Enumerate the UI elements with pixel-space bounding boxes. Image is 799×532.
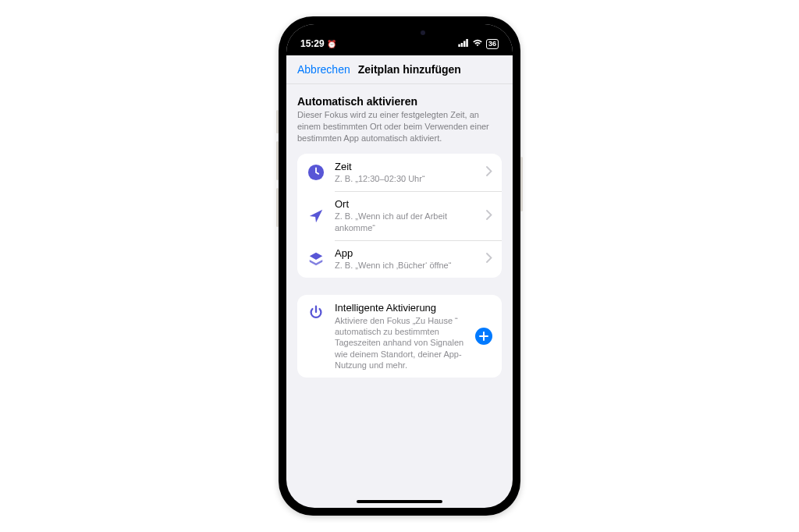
chevron-right-icon	[486, 165, 492, 179]
volume-down-button	[276, 188, 279, 227]
row-time-body: Zeit Z. B. „12:30–02:30 Uhr“	[335, 161, 477, 185]
row-time[interactable]: Zeit Z. B. „12:30–02:30 Uhr“	[297, 154, 502, 192]
svg-rect-3	[466, 39, 468, 47]
chevron-right-icon	[486, 252, 492, 266]
sheet-title: Zeitplan hinzufügen	[358, 63, 461, 76]
clock-icon	[307, 163, 325, 182]
row-location-sub: Z. B. „Wenn ich auf der Arbeit ankomme“	[335, 211, 477, 233]
content-scroll[interactable]: Automatisch aktivieren Dieser Fokus wird…	[286, 84, 513, 508]
alarm-icon: ⏰	[327, 40, 336, 48]
section-subtext: Dieser Fokus wird zu einer festgelegten …	[297, 109, 502, 144]
status-right: 36	[458, 38, 499, 49]
row-time-sub: Z. B. „12:30–02:30 Uhr“	[335, 173, 477, 184]
power-icon	[307, 303, 325, 322]
signal-icon	[458, 38, 469, 49]
row-time-title: Zeit	[335, 161, 477, 173]
smart-activation-card: Intelligente Aktivierung Aktiviere den F…	[297, 295, 502, 378]
row-smart-title: Intelligente Aktivierung	[335, 302, 466, 314]
home-indicator[interactable]	[357, 500, 442, 503]
triggers-card: Zeit Z. B. „12:30–02:30 Uhr“ Ort Z. B. „…	[297, 154, 502, 278]
row-location-body: Ort Z. B. „Wenn ich auf der Arbeit ankom…	[335, 198, 477, 233]
wifi-icon	[472, 38, 483, 49]
cancel-button[interactable]: Abbrechen	[297, 63, 350, 76]
row-location-title: Ort	[335, 198, 477, 211]
svg-rect-2	[463, 41, 466, 48]
row-smart-body: Intelligente Aktivierung Aktiviere den F…	[335, 302, 466, 371]
section-heading: Automatisch aktivieren	[297, 95, 502, 108]
row-app-sub: Z. B. „Wenn ich ‚Bücher‘ öffne“	[335, 260, 477, 271]
battery-indicator: 36	[486, 39, 499, 49]
status-time: 15:29 ⏰	[300, 38, 336, 49]
chevron-right-icon	[486, 209, 492, 223]
screen: 15:29 ⏰ 36 Abbrechen Zeitplan hinzufügen…	[286, 24, 513, 508]
mute-switch	[276, 110, 279, 133]
add-button[interactable]	[475, 328, 492, 345]
app-stack-icon	[307, 250, 325, 268]
volume-up-button	[276, 141, 279, 180]
row-app[interactable]: App Z. B. „Wenn ich ‚Bücher‘ öffne“	[297, 240, 502, 278]
row-app-body: App Z. B. „Wenn ich ‚Bücher‘ öffne“	[335, 247, 477, 271]
sheet-header: Abbrechen Zeitplan hinzufügen	[286, 55, 513, 84]
svg-rect-0	[458, 44, 460, 47]
power-button	[520, 157, 523, 211]
phone-frame: 15:29 ⏰ 36 Abbrechen Zeitplan hinzufügen…	[279, 16, 520, 516]
location-arrow-icon	[307, 207, 325, 225]
status-time-text: 15:29	[300, 38, 325, 49]
notch	[349, 24, 450, 43]
row-smart-activation[interactable]: Intelligente Aktivierung Aktiviere den F…	[297, 295, 502, 378]
row-app-title: App	[335, 247, 477, 260]
spacer	[297, 278, 502, 295]
svg-rect-1	[461, 43, 463, 47]
row-smart-sub: Aktiviere den Fokus „Zu Hause “ automati…	[335, 315, 466, 371]
row-location[interactable]: Ort Z. B. „Wenn ich auf der Arbeit ankom…	[297, 191, 502, 240]
